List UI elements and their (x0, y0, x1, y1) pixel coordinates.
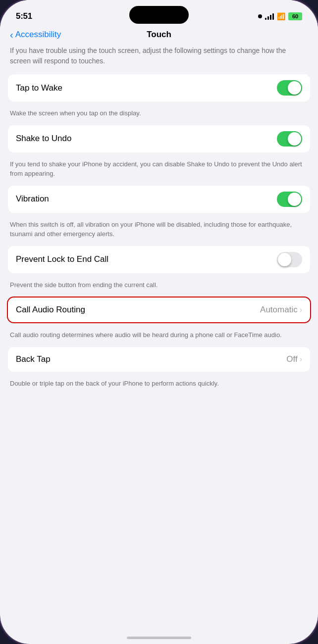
shake-to-undo-row: Shake to Undo (8, 125, 310, 152)
prevent-lock-description: Prevent the side button from ending the … (0, 277, 318, 297)
back-tap-card[interactable]: Back Tap Off › (8, 347, 310, 372)
call-audio-routing-current: Automatic (260, 305, 298, 315)
vibration-toggle[interactable] (277, 192, 302, 207)
screen-recording-icon (258, 14, 262, 18)
status-time: 5:51 (16, 11, 32, 21)
call-audio-routing-card[interactable]: Call Audio Routing Automatic › (7, 297, 311, 323)
vibration-label: Vibration (16, 194, 49, 204)
status-icons: 📶 60 (258, 12, 302, 20)
home-indicator (127, 637, 191, 639)
battery-icon: 60 (288, 12, 302, 20)
shake-to-undo-description: If you tend to shake your iPhone by acci… (0, 156, 318, 186)
page-title: Touch (147, 30, 171, 40)
shake-to-undo-card: Shake to Undo (8, 125, 310, 152)
phone-screen: 5:51 📶 60 ‹ (0, 0, 318, 644)
prevent-lock-toggle[interactable] (277, 252, 302, 267)
back-tap-label: Back Tap (16, 354, 51, 364)
prevent-lock-row: Prevent Lock to End Call (8, 246, 310, 273)
shake-to-undo-label: Shake to Undo (16, 134, 71, 144)
back-tap-description: Double or triple tap on the back of your… (0, 376, 318, 396)
vibration-description: When this switch is off, all vibration o… (0, 217, 318, 246)
tap-to-wake-row: Tap to Wake (8, 74, 310, 101)
scroll-content: If you have trouble using the touch scre… (0, 44, 318, 415)
tap-to-wake-description: Wake the screen when you tap on the disp… (0, 105, 318, 125)
toggle-knob (288, 193, 301, 206)
chevron-right-icon: › (300, 355, 302, 364)
intro-text: If you have trouble using the touch scre… (0, 44, 318, 74)
call-audio-routing-label: Call Audio Routing (16, 305, 85, 315)
call-audio-routing-value: Automatic › (260, 305, 302, 315)
wifi-icon: 📶 (277, 12, 285, 20)
toggle-knob (278, 253, 291, 266)
back-tap-value: Off › (286, 354, 302, 364)
tap-to-wake-card: Tap to Wake (8, 74, 310, 101)
phone-frame: 5:51 📶 60 ‹ (0, 0, 318, 644)
prevent-lock-label: Prevent Lock to End Call (16, 254, 108, 264)
toggle-knob (288, 132, 301, 146)
toggle-knob (288, 81, 301, 95)
tap-to-wake-toggle[interactable] (277, 80, 302, 96)
nav-bar: ‹ Accessibility Touch (0, 26, 318, 44)
call-audio-routing-row[interactable]: Call Audio Routing Automatic › (8, 297, 310, 322)
back-tap-row[interactable]: Back Tap Off › (8, 347, 310, 372)
call-audio-routing-description: Call audio routing determines where audi… (0, 327, 318, 347)
vibration-row: Vibration (8, 186, 310, 213)
vibration-card: Vibration (8, 186, 310, 213)
dynamic-island (129, 6, 189, 24)
shake-to-undo-toggle[interactable] (277, 131, 302, 147)
prevent-lock-card: Prevent Lock to End Call (8, 246, 310, 273)
back-tap-current: Off (286, 354, 297, 364)
back-button[interactable]: ‹ Accessibility (10, 30, 61, 40)
tap-to-wake-label: Tap to Wake (16, 83, 62, 93)
chevron-right-icon: › (300, 305, 302, 314)
signal-icon (265, 13, 274, 20)
chevron-left-icon: ‹ (10, 30, 13, 40)
back-label: Accessibility (15, 30, 61, 40)
